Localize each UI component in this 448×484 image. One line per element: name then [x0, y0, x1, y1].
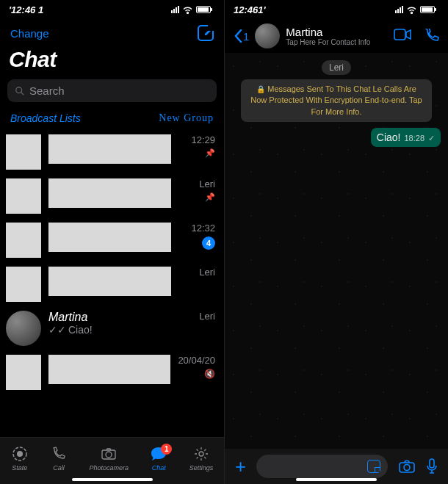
chat-preview-redacted — [48, 134, 171, 164]
chat-preview-redacted — [48, 355, 170, 384]
search-icon — [15, 86, 25, 96]
tab-chat[interactable]: 1 Chat — [150, 445, 167, 472]
sticker-icon[interactable] — [367, 460, 380, 473]
outgoing-message[interactable]: Ciao! 18:28 ✓ — [371, 128, 441, 147]
unread-badge: 4 — [202, 236, 215, 250]
avatar — [6, 178, 41, 214]
message-input[interactable] — [256, 455, 388, 478]
chat-preview: ✓✓ Ciao! — [48, 324, 171, 336]
wifi-icon — [406, 6, 417, 14]
mute-icon: 🔇 — [204, 369, 215, 379]
phone-icon — [50, 445, 68, 463]
pin-icon: 📌 — [205, 148, 215, 158]
chat-time: Leri — [199, 178, 215, 189]
contact-name: Martina — [286, 26, 388, 38]
chevron-left-icon — [234, 29, 242, 43]
chat-body: Martina ✓✓ Ciao! — [48, 311, 171, 336]
search-input[interactable]: Search — [7, 79, 217, 102]
status-time: '12:46 1 — [9, 4, 43, 15]
chat-preview-redacted — [48, 267, 171, 296]
status-time: 12:461' — [234, 4, 266, 15]
svg-point-6 — [199, 452, 203, 456]
contact-subtitle: Tap Here For Contact Info — [286, 38, 388, 46]
home-indicator[interactable] — [72, 478, 153, 481]
avatar — [6, 134, 41, 170]
wifi-icon — [182, 6, 193, 14]
chat-time: Leri — [199, 267, 215, 278]
checkmark-icon: ✓ — [428, 134, 435, 143]
battery-icon — [420, 6, 435, 13]
chat-meta: 20/04/20 🔇 — [178, 355, 215, 379]
svg-point-5 — [106, 452, 112, 458]
chat-row[interactable]: 12:29 📌 — [0, 130, 224, 174]
home-indicator[interactable] — [296, 478, 377, 481]
conversation-body[interactable]: Leri 🔒 Messages Sent To This Chat Le Cal… — [225, 53, 448, 449]
battery-icon — [196, 6, 211, 13]
chat-time: 12:29 — [191, 134, 215, 145]
chat-row[interactable]: 20/04/20 🔇 — [0, 350, 224, 394]
mic-button[interactable] — [426, 458, 438, 474]
title-row: Chat — [0, 44, 224, 76]
status-indicators — [171, 6, 211, 14]
encryption-notice[interactable]: 🔒 Messages Sent To This Chat Le Calls Ar… — [241, 79, 432, 122]
signal-icon — [171, 6, 179, 13]
contact-title[interactable]: Martina Tap Here For Contact Info — [286, 26, 388, 46]
chat-meta: 12:32 4 — [178, 223, 215, 250]
svg-line-1 — [21, 92, 24, 95]
chat-icon: 1 — [150, 445, 167, 463]
broadcast-lists-link[interactable]: Broadcast Lists — [10, 112, 81, 124]
chat-name: Martina — [48, 311, 171, 324]
tab-bar: State Call Photocamera 1 Chat Settings — [0, 437, 224, 484]
avatar — [6, 355, 41, 390]
compose-button[interactable] — [198, 25, 214, 41]
back-count: 1 — [243, 30, 249, 43]
edit-button[interactable]: Change — [10, 27, 49, 40]
status-bar: '12:46 1 — [0, 0, 224, 19]
chat-preview-redacted — [48, 223, 171, 252]
svg-point-3 — [17, 451, 23, 457]
chat-meta: Leri 📌 — [178, 178, 215, 202]
svg-rect-7 — [394, 29, 405, 40]
header-actions — [394, 29, 439, 43]
chat-meta: Leri — [178, 311, 215, 322]
status-bar: 12:461' — [225, 0, 448, 19]
chat-row[interactable]: Leri — [0, 262, 224, 306]
page-title: Chat — [9, 47, 215, 72]
chat-list: 12:29 📌 Leri 📌 12:32 4 Leri — [0, 130, 224, 437]
contact-avatar[interactable] — [255, 24, 280, 48]
camera-button[interactable] — [398, 459, 416, 474]
chat-badge: 1 — [161, 444, 172, 455]
conversation-screen: 12:461' 1 Martina Tap Here For Contact I… — [224, 0, 448, 484]
chat-row[interactable]: Martina ✓✓ Ciao! Leri — [0, 306, 224, 350]
pin-icon: 📌 — [205, 192, 215, 202]
nav-bar: Change — [0, 19, 224, 44]
back-button[interactable]: 1 — [234, 29, 249, 43]
voice-call-icon[interactable] — [424, 29, 439, 43]
message-time: 18:28 — [404, 134, 424, 142]
tab-status[interactable]: State — [11, 445, 29, 472]
chat-time: 12:32 — [191, 223, 215, 234]
chat-list-screen: '12:46 1 Change Chat Search Broadcast Li… — [0, 0, 224, 484]
new-group-link[interactable]: New Group — [159, 112, 214, 124]
chat-time: Leri — [199, 311, 215, 322]
chat-preview-redacted — [48, 178, 171, 208]
tab-settings[interactable]: Settings — [189, 445, 214, 472]
video-call-icon[interactable] — [394, 29, 411, 40]
attach-button[interactable]: + — [235, 455, 246, 478]
avatar — [6, 311, 41, 346]
chat-meta: 12:29 📌 — [178, 134, 215, 158]
signal-icon — [395, 6, 403, 13]
camera-icon — [100, 445, 118, 463]
conversation-header: 1 Martina Tap Here For Contact Info — [225, 19, 448, 53]
tab-calls[interactable]: Call — [50, 445, 68, 472]
avatar — [6, 267, 41, 302]
avatar — [6, 223, 41, 258]
tab-camera[interactable]: Photocamera — [89, 445, 129, 472]
pencil-icon — [203, 25, 214, 35]
svg-point-0 — [16, 87, 22, 93]
chat-row[interactable]: Leri 📌 — [0, 174, 224, 218]
checkmark-icon: ✓✓ — [48, 324, 66, 336]
chat-row[interactable]: 12:32 4 — [0, 218, 224, 262]
gear-icon — [192, 445, 210, 463]
chat-time: 20/04/20 — [178, 355, 215, 366]
